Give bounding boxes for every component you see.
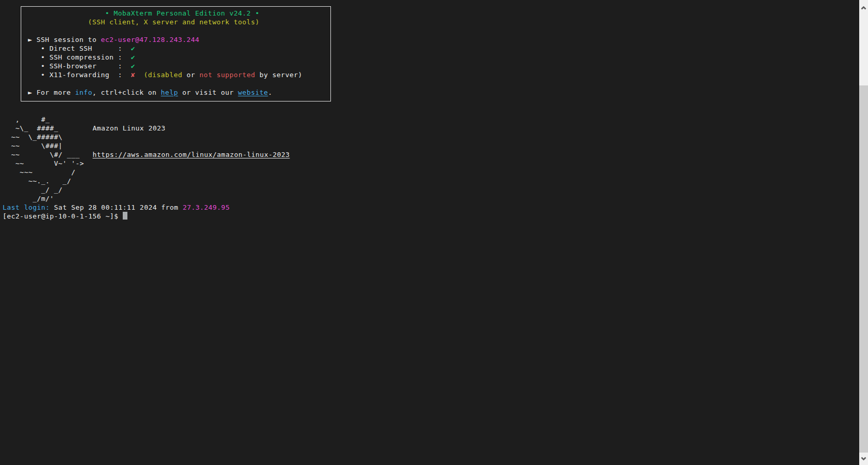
help-link[interactable]: help [161,89,178,96]
terminal-screen[interactable]: • MobaXterm Personal Edition v24.2 • (SS… [0,0,868,465]
terminal-text: (SSH client, X server and network tools) [28,18,259,26]
terminal-text [135,71,144,79]
welcome-banner: • MobaXterm Personal Edition v24.2 • (SS… [21,6,331,101]
terminal-text: not supported [199,71,255,79]
terminal-text: ~~ V~' '-> [3,159,84,167]
terminal-text: ~\_ ####_ Amazon Linux 2023 [3,124,166,132]
amazon-linux-link[interactable]: https://aws.amazon.com/linux/amazon-linu… [93,151,290,158]
terminal-text: , #_ [3,115,50,123]
scrollbar-thumb[interactable] [859,85,868,453]
terminal-text: ► SSH session to [28,36,101,43]
terminal-output: , #_ ~\_ ####_ Amazon Linux 2023 ~~ \_##… [3,115,290,221]
terminal-text: ✘ [131,71,135,79]
terminal-text: ~~ \###| [3,142,63,150]
terminal-text: • Direct SSH : [28,45,131,52]
terminal-line: ~~~ / [3,168,290,177]
terminal-line: ~~ \_#####\ [3,133,290,141]
terminal-line: , #_ [3,115,290,124]
scroll-up-button[interactable] [859,2,868,13]
scrollbar[interactable] [859,0,868,465]
website-link[interactable]: website [238,89,268,96]
terminal-text: or [182,71,199,79]
terminal-line: Last login: Sat Sep 28 00:11:11 2024 fro… [3,203,290,212]
terminal-text: _/ _/ [3,186,63,194]
terminal-text: ~~~ / [3,168,76,176]
terminal-line: _/ _/ [3,185,290,194]
terminal-text: ec2-user@47.128.243.244 [101,36,199,43]
terminal-text: info [75,89,92,96]
terminal-line: • SSH-browser : ✔ [28,62,324,70]
terminal-text: or visit our [178,89,238,96]
terminal-line [28,26,324,35]
terminal-text: , ctrl+click on [92,89,161,96]
terminal-line: ~\_ ####_ Amazon Linux 2023 [3,124,290,133]
terminal-text: _/m/' [3,195,54,202]
terminal-text: (disabled [143,71,182,79]
terminal-text: ~~ \#/ ___ [3,151,93,158]
terminal-cursor [123,212,127,220]
chevron-up-icon [860,6,867,10]
terminal-text: • MobaXterm Personal Edition v24.2 • [28,9,259,17]
terminal-line: _/m/' [3,194,290,203]
terminal-line: ~~ \###| [3,141,290,150]
terminal-text: ~~._. _/ [3,177,71,185]
banner-text: • MobaXterm Personal Edition v24.2 • (SS… [28,9,324,97]
scroll-down-button[interactable] [859,453,868,464]
terminal-line [28,79,324,88]
terminal-text: ► For more [28,89,75,96]
terminal-text: ✔ [131,45,135,52]
chevron-down-icon [860,456,867,461]
terminal-text: ✔ [131,53,135,61]
terminal-text: ~~ \_#####\ [3,133,63,141]
terminal-line: [ec2-user@ip-10-0-1-156 ~]$ [3,212,290,221]
terminal-line: ~~._. _/ [3,177,290,185]
terminal-text: • X11-forwarding : [28,71,131,79]
terminal-text: ✔ [131,62,135,70]
terminal-line: • SSH compression : ✔ [28,53,324,62]
terminal-text: Sat Sep 28 00:11:11 2024 from [50,204,183,211]
terminal-text: [ec2-user@ip-10-0-1-156 ~]$ [3,212,123,220]
terminal-text: • SSH compression : [28,53,131,61]
terminal-line: ► SSH session to ec2-user@47.128.243.244 [28,35,324,44]
terminal-text: 27.3.249.95 [183,204,230,211]
terminal-line: ~~ V~' '-> [3,159,290,168]
terminal-line: • X11-forwarding : ✘ (disabled or not su… [28,70,324,79]
terminal-text: Last login: [3,204,50,211]
terminal-text: . [268,89,272,96]
terminal-line: • MobaXterm Personal Edition v24.2 • [28,9,324,18]
terminal-line: ~~ \#/ ___ https://aws.amazon.com/linux/… [3,150,290,159]
terminal-line: ► For more info, ctrl+click on help or v… [28,88,324,97]
terminal-text: • SSH-browser : [28,62,131,70]
terminal-text: by server) [255,71,302,79]
terminal-line: • Direct SSH : ✔ [28,44,324,53]
terminal-line: (SSH client, X server and network tools) [28,18,324,26]
